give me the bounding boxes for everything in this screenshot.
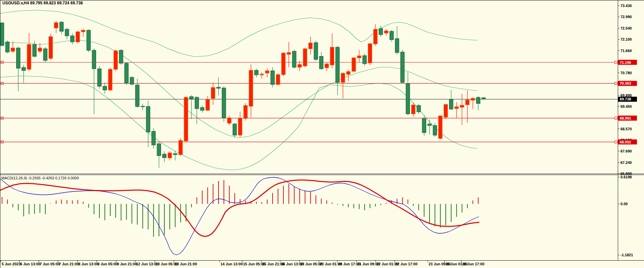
- candle-body: [233, 124, 237, 135]
- candle-body: [238, 119, 242, 135]
- macd-histogram-bar-positive: [478, 197, 479, 204]
- candle-body: [114, 51, 118, 69]
- macd-histogram-bar-positive: [7, 199, 8, 204]
- candle-body: [0, 23, 4, 45]
- macd-histogram-bar-negative: [440, 204, 441, 228]
- candle-body: [249, 70, 253, 106]
- bear-candle: [401, 50, 404, 84]
- candle-body: [357, 56, 361, 58]
- macd-histogram-bar-positive: [278, 189, 278, 204]
- candle-body: [81, 30, 85, 32]
- macd-histogram-bar-positive: [386, 203, 387, 204]
- candle-body: [125, 63, 128, 83]
- price-tick-label: 73.430: [620, 4, 632, 8]
- macd-histogram-bar-negative: [94, 204, 94, 214]
- candle-body: [352, 58, 356, 71]
- macd-histogram-bar-negative: [424, 204, 425, 217]
- macd-histogram-bar-positive: [294, 187, 294, 204]
- bear-candle: [130, 76, 134, 86]
- candle-body: [385, 31, 388, 33]
- candle-body: [168, 153, 172, 158]
- macd-histogram-bar-negative: [12, 204, 13, 207]
- macd-histogram-bar-positive: [83, 202, 84, 204]
- macd-histogram-bar-negative: [380, 204, 381, 205]
- price-tick-label: 72.540: [620, 26, 632, 30]
- candle-body: [271, 71, 275, 85]
- price-tick-label: 71.660: [620, 49, 632, 53]
- level-price-label-value: 70.363: [620, 81, 631, 85]
- macd-histogram-bar-positive: [218, 181, 219, 204]
- macd-histogram-bar-positive: [224, 180, 224, 204]
- macd-histogram-bar-negative: [359, 204, 360, 209]
- macd-histogram-bar-positive: [50, 204, 51, 204]
- macd-histogram-bar-negative: [456, 204, 457, 217]
- candle-body: [92, 50, 96, 69]
- macd-histogram-bar-negative: [370, 204, 370, 208]
- candle-body: [395, 39, 399, 53]
- candle-body: [211, 88, 215, 98]
- macd-label: MACD(12,26,9) -0.2935 -0.4263 0.1726 0.0…: [1, 176, 79, 180]
- macd-histogram-bar-positive: [299, 189, 300, 204]
- level-price-label-handle: [615, 61, 617, 63]
- candle-body: [38, 48, 42, 51]
- level-price-label-value: 68.991: [620, 116, 631, 120]
- candle-body: [173, 153, 177, 154]
- macd-histogram-bar-positive: [408, 199, 408, 204]
- candle-body: [228, 118, 231, 123]
- macd-histogram-bar-positive: [397, 199, 397, 204]
- candle-body: [206, 99, 209, 110]
- candle-body: [439, 116, 442, 138]
- time-tick-label: 26 Jun 17:00: [462, 262, 484, 266]
- level-price-label-handle: [615, 141, 617, 143]
- bear-candle: [87, 29, 90, 52]
- candle-body: [103, 86, 107, 90]
- level-price-label-handle: [615, 117, 617, 119]
- time-tick-label: 6 Jun 13:00: [20, 262, 40, 266]
- candle-body: [87, 30, 90, 50]
- candle-body: [163, 154, 166, 158]
- bull-candle: [114, 50, 118, 71]
- candle-body: [309, 43, 312, 49]
- current-price-label: 69.738: [618, 97, 637, 102]
- bear-candle: [119, 49, 123, 65]
- time-tick-label: 12 Jun 13:00: [136, 262, 158, 266]
- macd-histogram-bar-negative: [413, 204, 414, 206]
- bear-candle: [422, 116, 426, 136]
- candle-body: [65, 29, 69, 36]
- macd-histogram-bar-positive: [77, 200, 78, 204]
- macd-histogram-bar-negative: [137, 204, 138, 225]
- candle-body: [222, 88, 226, 118]
- time-tick-label: 14 Jun 13:00: [220, 262, 243, 266]
- bull-candle: [49, 34, 52, 60]
- time-tick-label: 19 Jun 05:00: [300, 262, 322, 266]
- macd-histogram-bar-negative: [354, 204, 354, 208]
- level-price-label-value: 68.052: [620, 140, 631, 144]
- bull-candle: [276, 74, 280, 85]
- macd-histogram-bar-positive: [229, 186, 230, 204]
- macd-histogram-bar-positive: [240, 199, 240, 204]
- macd-histogram-bar-positive: [267, 199, 268, 204]
- macd-histogram-bar-positive: [321, 199, 322, 204]
- level-price-label-value: 71.196: [620, 60, 631, 64]
- macd-histogram-bar-negative: [131, 204, 132, 224]
- candle-body: [325, 64, 329, 68]
- price-tick-label: 72.990: [620, 15, 632, 19]
- candle-body: [422, 119, 426, 133]
- bear-candle: [314, 41, 318, 61]
- chart-canvas[interactable]: 73.43072.99072.54072.10071.66070.78069.8…: [0, 0, 644, 268]
- candle-body: [184, 97, 188, 141]
- macd-histogram-bar-negative: [121, 204, 121, 221]
- macd-tick-label: 0.6198: [620, 175, 632, 179]
- macd-histogram-bar-positive: [61, 199, 62, 204]
- macd-histogram-bar-positive: [402, 197, 403, 204]
- macd-histogram-bar-positive: [2, 197, 2, 204]
- candle-body: [466, 100, 469, 105]
- macd-histogram-bar-negative: [88, 204, 89, 208]
- price-tick-label: 68.570: [620, 127, 632, 131]
- bear-candle: [292, 50, 296, 69]
- bull-candle: [179, 138, 183, 156]
- macd-histogram-bar-positive: [72, 200, 73, 204]
- macd-histogram-bar-positive: [207, 187, 208, 204]
- macd-histogram-bar-negative: [169, 204, 170, 229]
- candle-body: [341, 73, 345, 82]
